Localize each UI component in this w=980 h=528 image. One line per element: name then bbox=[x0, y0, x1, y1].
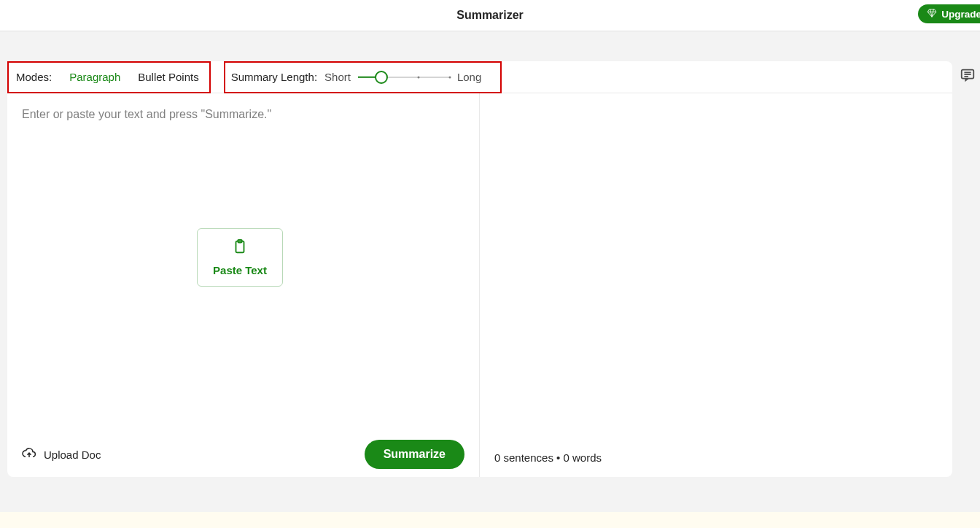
mode-bulletpoints[interactable]: Bullet Points bbox=[138, 71, 198, 83]
summary-length-slider[interactable] bbox=[358, 71, 450, 83]
diamond-icon bbox=[927, 8, 937, 20]
upload-doc-label: Upload Doc bbox=[44, 449, 101, 461]
paste-text-button[interactable]: Paste Text bbox=[197, 228, 283, 287]
app-header: Summarizer Upgrade bbox=[0, 0, 980, 31]
output-counts: 0 sentences • 0 words bbox=[494, 451, 602, 464]
input-pane: Enter or paste your text and press "Summ… bbox=[7, 93, 480, 477]
input-placeholder: Enter or paste your text and press "Summ… bbox=[22, 108, 271, 120]
summary-length-short-label: Short bbox=[324, 71, 351, 83]
summarize-button[interactable]: Summarize bbox=[365, 440, 464, 469]
paste-text-label: Paste Text bbox=[213, 264, 267, 276]
summarizer-card: Modes: Paragraph Bullet Points Summary L… bbox=[7, 61, 952, 477]
clipboard-icon bbox=[232, 238, 248, 257]
summary-length-long-label: Long bbox=[457, 71, 481, 83]
slider-tick bbox=[448, 76, 451, 78]
text-input-area[interactable]: Enter or paste your text and press "Summ… bbox=[7, 93, 479, 432]
upload-doc-button[interactable]: Upload Doc bbox=[22, 448, 101, 462]
page-title: Summarizer bbox=[456, 9, 524, 22]
cloud-upload-icon bbox=[22, 448, 36, 462]
summary-length-label: Summary Length: bbox=[231, 71, 317, 83]
content-split: Enter or paste your text and press "Summ… bbox=[7, 93, 952, 477]
upgrade-button[interactable]: Upgrade bbox=[918, 4, 980, 23]
upgrade-label: Upgrade bbox=[941, 9, 980, 20]
feedback-icon[interactable] bbox=[960, 67, 976, 83]
summary-length-highlight: Summary Length: Short Long bbox=[224, 61, 502, 93]
mode-paragraph[interactable]: Paragraph bbox=[69, 71, 120, 83]
input-footer: Upload Doc Summarize bbox=[7, 432, 479, 477]
output-pane: 0 sentences • 0 words bbox=[480, 93, 952, 477]
toolbar: Modes: Paragraph Bullet Points Summary L… bbox=[7, 61, 952, 93]
modes-selector-highlight: Modes: Paragraph Bullet Points bbox=[7, 61, 211, 93]
modes-label: Modes: bbox=[16, 71, 52, 83]
slider-tick bbox=[418, 76, 420, 78]
footer-band bbox=[0, 512, 980, 528]
slider-thumb[interactable] bbox=[375, 71, 388, 84]
